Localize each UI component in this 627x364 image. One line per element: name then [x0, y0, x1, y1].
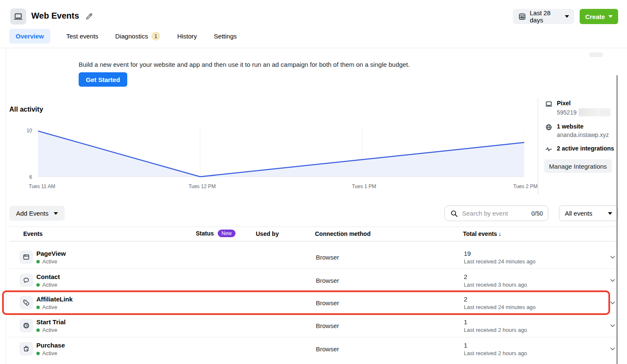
chevron-down-icon[interactable] — [609, 276, 616, 284]
create-button[interactable]: Create — [580, 9, 618, 24]
divider — [0, 48, 627, 48]
search-icon — [450, 209, 458, 218]
pulse-icon — [545, 145, 553, 153]
table-row[interactable]: Contact Active Browser 2 Last received 3… — [9, 268, 618, 291]
redacted-pixel-id — [578, 108, 611, 116]
chevron-down-icon — [54, 212, 58, 215]
total-events-value: 1 — [464, 342, 467, 349]
tab-bar: Overview Test events Diagnostics 1 Histo… — [9, 28, 238, 44]
event-name[interactable]: Purchase — [36, 342, 65, 349]
y-axis-tick: 6 — [17, 174, 32, 180]
banner-text: Build a new event for your website and a… — [79, 61, 410, 68]
page-title: Web Events — [31, 11, 79, 21]
tag-icon — [19, 296, 33, 309]
date-range-button[interactable]: Last 28 days — [513, 9, 574, 24]
date-range-label: Last 28 days — [530, 9, 561, 24]
table-row[interactable]: Purchase Active Browser 1 Last received … — [9, 337, 618, 360]
website-count-label: 1 website — [557, 123, 609, 130]
laptop-icon — [10, 8, 26, 25]
chevron-down-icon[interactable] — [609, 322, 616, 329]
active-dot — [36, 306, 40, 309]
event-status: Active — [36, 258, 57, 265]
event-status: Active — [36, 282, 57, 288]
chevron-down-icon[interactable] — [609, 345, 616, 353]
event-name[interactable]: Contact — [36, 273, 60, 280]
x-axis-tick: Tues 2 PM — [513, 183, 538, 189]
connection-method: Browser — [316, 277, 339, 284]
manage-integrations-button[interactable]: Manage Integrations — [544, 159, 612, 173]
x-axis-tick: Tues 11 AM — [29, 183, 55, 189]
event-name[interactable]: PageView — [36, 250, 66, 257]
column-header-status[interactable]: Status New — [196, 230, 235, 237]
chevron-down-icon — [608, 15, 613, 18]
chevron-down-icon — [565, 15, 569, 18]
event-name[interactable]: Start Trial — [36, 318, 66, 326]
column-header-events[interactable]: Events — [23, 230, 43, 237]
last-received: Last received 3 hours ago — [464, 282, 527, 288]
tab-overview[interactable]: Overview — [9, 29, 50, 44]
total-events-value: 2 — [464, 273, 467, 280]
laptop-icon — [545, 100, 553, 116]
divider — [9, 227, 618, 227]
total-events-value: 19 — [464, 250, 471, 257]
table-row[interactable]: Start Trial Active Browser 1 Last receiv… — [9, 314, 618, 337]
clock-icon — [19, 319, 33, 332]
total-events-value: 1 — [464, 318, 467, 326]
activity-chart — [38, 127, 524, 178]
event-status: Active — [36, 304, 57, 310]
bag-icon — [19, 342, 33, 356]
x-axis-tick: Tues 1 PM — [349, 183, 379, 189]
divider — [9, 241, 618, 241]
event-status: Active — [36, 327, 57, 333]
connection-method: Browser — [316, 299, 339, 307]
tab-settings[interactable]: Settings — [213, 29, 238, 44]
chevron-down-icon[interactable] — [609, 299, 616, 307]
last-received: Last received 24 minutes ago — [464, 258, 536, 265]
connection-method: Browser — [316, 345, 339, 353]
filter-selected-value: All events — [565, 210, 592, 217]
get-started-button[interactable]: Get Started — [79, 72, 127, 87]
active-dot — [36, 260, 40, 263]
table-row[interactable]: PageView Active Browser 19 Last received… — [9, 246, 618, 268]
pixel-label: Pixel — [557, 100, 611, 107]
active-dot — [36, 352, 40, 355]
event-status: Active — [36, 350, 57, 356]
active-dot — [36, 283, 40, 287]
website-url: ananda.instawp.xyz — [557, 131, 609, 138]
new-badge: New — [218, 230, 235, 237]
connection-method: Browser — [316, 254, 339, 261]
chart-title: All activity — [9, 106, 43, 113]
tab-diagnostics[interactable]: Diagnostics 1 — [115, 28, 162, 44]
scroll-blob — [589, 52, 603, 57]
column-header-used-by[interactable]: Used by — [256, 230, 279, 237]
chevron-down-icon[interactable] — [609, 253, 616, 261]
x-axis-tick: Tues 12 PM — [185, 183, 219, 189]
pixel-id: 595219 — [557, 109, 577, 116]
create-label: Create — [585, 13, 605, 20]
active-dot — [36, 328, 40, 332]
add-events-label: Add Events — [16, 210, 49, 217]
edit-pencil-icon[interactable] — [85, 12, 93, 20]
chat-bubble-icon — [19, 274, 33, 287]
vertical-scrollbar[interactable] — [616, 75, 618, 364]
divider — [538, 98, 538, 194]
y-axis-tick: 10 — [17, 128, 32, 134]
tab-history[interactable]: History — [176, 29, 198, 44]
last-received: Last received 2 hours ago — [464, 327, 527, 333]
column-header-total-events[interactable]: Total events ↓ — [463, 230, 501, 237]
tab-test-events[interactable]: Test events — [66, 29, 99, 44]
globe-icon — [545, 123, 553, 138]
column-header-connection-method[interactable]: Connection method — [315, 230, 370, 237]
sort-descending-icon: ↓ — [498, 230, 501, 237]
integrations-label: 2 active integrations — [557, 145, 614, 153]
browser-window-icon — [19, 250, 33, 264]
add-events-button[interactable]: Add Events — [9, 206, 65, 221]
event-search[interactable]: 0/50 — [444, 205, 548, 221]
event-filter-dropdown[interactable]: All events — [559, 205, 618, 221]
divider — [6, 49, 6, 364]
chevron-down-icon — [608, 212, 612, 215]
total-events-value: 2 — [464, 296, 467, 303]
table-row[interactable]: AffiliateLink Active Browser 2 Last rece… — [9, 291, 618, 314]
search-input[interactable] — [462, 210, 528, 217]
event-name[interactable]: AffiliateLink — [36, 296, 73, 303]
